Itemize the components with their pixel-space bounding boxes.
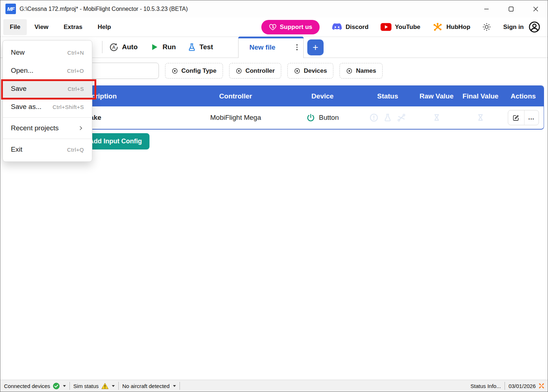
- run-play-icon: [150, 42, 159, 52]
- file-menu-exit[interactable]: Exit Ctrl+Q: [3, 140, 92, 159]
- minimize-button[interactable]: [478, 0, 495, 17]
- file-menu-recent-label: Recent projects: [11, 124, 59, 132]
- filter-config-type[interactable]: Config Type: [165, 63, 223, 79]
- tab-label: New file: [249, 43, 275, 51]
- minimize-icon: [484, 7, 489, 12]
- toolbar-separator: [102, 41, 102, 53]
- youtube-link[interactable]: YouTube: [380, 23, 420, 31]
- file-menu-save-as-label: Save as...: [11, 103, 42, 111]
- file-menu-save-as[interactable]: Save as... Ctrl+Shift+S: [3, 98, 92, 116]
- toolbar-border-right: [304, 58, 548, 58]
- discord-icon: [332, 23, 342, 31]
- warning-circle-icon: [369, 113, 379, 122]
- row-final-value: [458, 113, 503, 123]
- file-menu-exit-shortcut: Ctrl+Q: [67, 147, 84, 153]
- filter-devices-label: Devices: [304, 67, 327, 75]
- menubar-links: $ Support us Discord YouTube: [261, 20, 548, 34]
- sim-status-label: Sim status: [73, 383, 99, 389]
- sim-date-value: 03/01/2026: [509, 383, 536, 389]
- hubhop-icon: [432, 22, 443, 33]
- menu-extras[interactable]: Extras: [56, 19, 90, 35]
- sun-icon: [482, 22, 491, 31]
- col-controller: Controller: [187, 92, 284, 100]
- app-logo-icon: MF: [5, 4, 16, 14]
- run-button[interactable]: Run: [150, 37, 176, 58]
- sign-in-label: Sign in: [503, 24, 524, 31]
- aircraft-status[interactable]: No aircraft detected: [119, 380, 180, 392]
- new-tab-button[interactable]: +: [307, 39, 324, 55]
- svg-text:A: A: [112, 45, 115, 50]
- theme-toggle-button[interactable]: [482, 22, 491, 31]
- heart-dollar-icon: $: [269, 23, 277, 31]
- edit-row-button[interactable]: [508, 110, 524, 125]
- maximize-icon: [509, 7, 514, 12]
- hubhop-label: HubHop: [446, 24, 470, 31]
- menu-view[interactable]: View: [27, 19, 56, 35]
- test-button[interactable]: Test: [187, 37, 213, 58]
- window-controls: [470, 0, 544, 17]
- auto-button[interactable]: A Auto: [109, 37, 138, 58]
- statusbar-divider: [180, 382, 180, 390]
- dropdown-caret-icon: [112, 385, 115, 387]
- status-bar: Connected devices Sim status No aircraft…: [0, 380, 548, 392]
- close-button[interactable]: [527, 0, 544, 17]
- file-menu-new-shortcut: Ctrl+N: [67, 50, 84, 56]
- disconnected-icon: [397, 113, 406, 122]
- warning-triangle-icon: [101, 383, 109, 389]
- col-actions: Actions: [503, 92, 544, 100]
- youtube-label: YouTube: [395, 24, 420, 31]
- status-info-label: Status Info...: [471, 383, 501, 389]
- connected-devices-status[interactable]: Connected devices: [0, 380, 69, 392]
- more-actions-button[interactable]: ...: [524, 110, 539, 125]
- filter-names-label: Names: [356, 67, 376, 75]
- file-menu-new[interactable]: New Ctrl+N: [3, 43, 92, 62]
- test-state-flask-icon: [383, 113, 392, 122]
- filter-controller[interactable]: Controller: [229, 63, 281, 79]
- tab-new-file[interactable]: New file: [238, 37, 304, 58]
- row-status-icons: [361, 113, 415, 122]
- row-device: Button: [284, 113, 361, 122]
- sign-in-button[interactable]: Sign in: [503, 21, 540, 33]
- check-circle-icon: [53, 383, 60, 389]
- target-icon: [294, 68, 300, 74]
- menu-help[interactable]: Help: [90, 19, 119, 35]
- file-menu-open[interactable]: Open... Ctrl+O: [3, 62, 92, 80]
- aircraft-status-label: No aircraft detected: [122, 383, 170, 389]
- support-us-button[interactable]: $ Support us: [261, 20, 320, 34]
- title-bar: MF G:\Cessna 172.mfproj* - MobiFlight Co…: [0, 0, 548, 17]
- chevron-right-icon: [77, 125, 84, 131]
- row-raw-value: [415, 113, 458, 123]
- connected-devices-label: Connected devices: [4, 383, 50, 389]
- dropdown-caret-icon: [63, 385, 66, 387]
- run-label: Run: [163, 43, 176, 51]
- power-button-icon: [306, 113, 315, 122]
- col-status: Status: [361, 92, 415, 100]
- maximize-button[interactable]: [503, 0, 519, 17]
- filter-names[interactable]: Names: [340, 63, 383, 79]
- close-icon: [533, 7, 538, 12]
- test-flask-icon: [187, 43, 196, 52]
- filter-config-type-label: Config Type: [181, 67, 216, 75]
- status-info-link[interactable]: Status Info...: [467, 380, 505, 392]
- col-final-value: Final Value: [458, 92, 503, 100]
- menu-file[interactable]: File: [3, 19, 27, 35]
- sim-status[interactable]: Sim status: [70, 380, 118, 392]
- msfs-connection-icon: [538, 383, 545, 389]
- row-device-label: Button: [319, 114, 339, 122]
- file-menu-open-label: Open...: [11, 67, 33, 75]
- file-menu-save-as-shortcut: Ctrl+Shift+S: [52, 104, 84, 110]
- filter-devices[interactable]: Devices: [287, 63, 333, 79]
- discord-link[interactable]: Discord: [332, 23, 368, 31]
- save-highlight-annotation: [1, 79, 96, 100]
- test-label: Test: [199, 43, 213, 51]
- discord-label: Discord: [346, 24, 368, 31]
- file-menu-recent-projects[interactable]: Recent projects: [3, 119, 92, 137]
- col-raw-value: Raw Value: [415, 92, 458, 100]
- hubhop-link[interactable]: HubHop: [432, 22, 470, 33]
- row-controller: MobiFlight Mega: [187, 114, 284, 122]
- hourglass-icon: [476, 113, 485, 123]
- target-icon: [172, 68, 178, 74]
- tab-menu-icon[interactable]: [296, 44, 298, 50]
- hourglass-icon: [432, 113, 442, 123]
- edit-pencil-icon: [513, 114, 519, 121]
